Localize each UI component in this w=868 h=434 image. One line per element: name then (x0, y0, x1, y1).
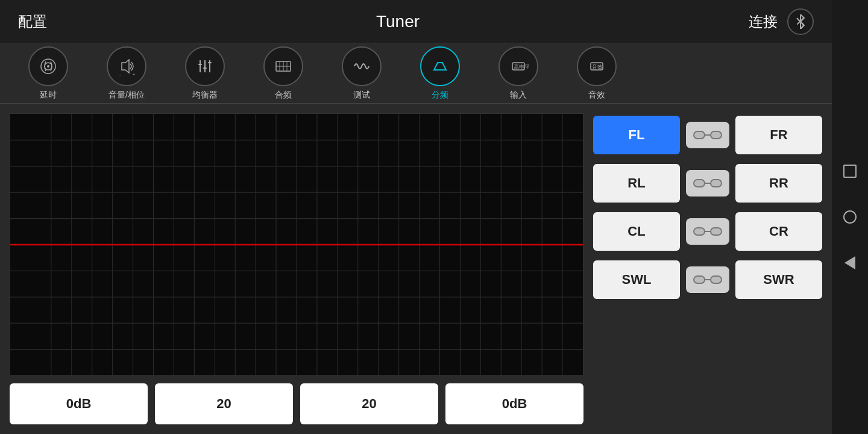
link-cl-cr-button[interactable] (686, 218, 729, 245)
volume-phase-icon-circle: - + (107, 46, 146, 86)
test-icon-circle (342, 46, 382, 86)
link-fl-fr-button[interactable] (686, 122, 729, 148)
svg-rect-71 (694, 276, 705, 283)
crossover-icon (429, 55, 451, 77)
control-btn-4[interactable]: 0dB (445, 383, 583, 424)
crossover-label: 分频 (432, 90, 448, 101)
high-level-icon: 高电平 (508, 55, 529, 77)
link-rl-rr-button[interactable] (686, 170, 729, 197)
square-icon (843, 165, 857, 178)
channel-cl-button[interactable]: CL (593, 212, 680, 251)
channel-fr-button[interactable]: FR (735, 116, 822, 154)
svg-rect-66 (711, 180, 722, 187)
bluetooth-button[interactable] (787, 8, 814, 35)
svg-text:高电平: 高电平 (514, 64, 529, 70)
right-panel: FL FR RL (593, 113, 822, 424)
bluetooth-icon (793, 14, 808, 29)
header-right: 连接 (749, 8, 814, 35)
svg-rect-63 (711, 131, 722, 139)
channel-fl-button[interactable]: FL (593, 116, 680, 154)
nav-item-test[interactable]: 测试 (326, 46, 398, 101)
crossover-freq-label: 合频 (275, 90, 292, 101)
svg-rect-12 (203, 68, 207, 69)
svg-point-4 (47, 65, 49, 68)
crossover-freq-icon-circle (263, 46, 303, 86)
channel-swl-button[interactable]: SWL (593, 260, 680, 299)
control-btn-3[interactable]: 20 (300, 383, 438, 424)
volume-phase-icon: - + (116, 55, 137, 77)
header-title: Tuner (376, 12, 420, 31)
control-btn-1[interactable]: 0dB (10, 383, 148, 424)
channel-row-rl-rr: RL RR (593, 164, 822, 203)
volume-phase-label: 音量/相位 (108, 90, 145, 101)
channel-rl-button[interactable]: RL (593, 164, 680, 203)
nav-item-sound-effect[interactable]: 音效 音效 (561, 46, 633, 101)
nav-item-delay[interactable]: 延时 (12, 46, 84, 101)
nav-item-equalizer[interactable]: 均衡器 (169, 46, 241, 101)
channel-row-cl-cr: CL CR (593, 212, 822, 251)
link-cl-cr-icon (693, 223, 723, 240)
svg-marker-5 (122, 60, 129, 73)
svg-text:+: + (133, 72, 135, 77)
svg-text:-: - (119, 72, 121, 77)
channel-row-swl-swr: SWL SWR (593, 260, 822, 299)
sound-effect-icon: 音效 (586, 55, 608, 77)
link-swl-swr-icon (693, 271, 723, 288)
control-btn-2[interactable]: 20 (155, 383, 293, 424)
bottom-controls: 0dB 20 20 0dB (10, 383, 583, 424)
svg-rect-68 (694, 228, 705, 235)
crossover-icon-circle (420, 46, 460, 86)
channel-swr-button[interactable]: SWR (735, 260, 822, 299)
link-swl-swr-button[interactable] (686, 266, 729, 293)
channel-row-fl-fr: FL FR (593, 116, 822, 154)
test-label: 测试 (353, 90, 370, 101)
circle-icon (843, 210, 857, 224)
header: 配置 Tuner 连接 (0, 0, 832, 43)
channel-rr-button[interactable]: RR (735, 164, 822, 203)
svg-text:音效: 音效 (592, 64, 603, 70)
equalizer-icon-circle (185, 46, 225, 86)
link-rl-rr-icon (693, 175, 723, 192)
svg-rect-11 (198, 64, 202, 65)
nav-item-high-level[interactable]: 高电平 输入 (482, 46, 555, 101)
delay-icon-circle (28, 46, 68, 86)
nav-item-crossover[interactable]: 分频 (404, 46, 476, 101)
equalizer-label: 均衡器 (192, 90, 218, 101)
delay-label: 延时 (40, 90, 57, 101)
chart-svg (10, 114, 583, 376)
delay-icon (37, 55, 59, 77)
svg-rect-13 (208, 62, 212, 63)
link-fl-fr-icon (693, 127, 723, 143)
crossover-freq-icon (272, 55, 294, 77)
channel-cr-button[interactable]: CR (735, 212, 822, 251)
svg-rect-72 (711, 276, 722, 283)
sound-effect-label: 音效 (588, 90, 605, 101)
equalizer-icon (194, 55, 216, 77)
sound-effect-icon-circle: 音效 (577, 46, 617, 86)
back-button[interactable] (839, 252, 861, 274)
nav-item-crossover-freq[interactable]: 合频 (247, 46, 319, 101)
high-level-label: 输入 (510, 90, 527, 101)
chart-section: 0dB 20 20 0dB (10, 113, 583, 424)
home-button[interactable] (839, 206, 861, 228)
svg-rect-62 (694, 131, 705, 139)
content-area: 0dB 20 20 0dB FL FR (0, 104, 832, 434)
nav-bar: 延时 - + 音量/相位 (0, 43, 832, 104)
triangle-icon (844, 256, 855, 269)
svg-rect-69 (711, 228, 722, 235)
test-icon (351, 55, 373, 77)
recent-apps-button[interactable] (839, 160, 861, 182)
svg-rect-65 (694, 180, 705, 187)
config-button[interactable]: 配置 (18, 12, 47, 31)
nav-item-volume-phase[interactable]: - + 音量/相位 (90, 46, 163, 101)
high-level-icon-circle: 高电平 (498, 46, 538, 86)
header-left: 配置 (18, 12, 47, 31)
android-nav (832, 0, 868, 434)
frequency-chart[interactable] (10, 113, 583, 376)
connect-button[interactable]: 连接 (749, 12, 778, 31)
